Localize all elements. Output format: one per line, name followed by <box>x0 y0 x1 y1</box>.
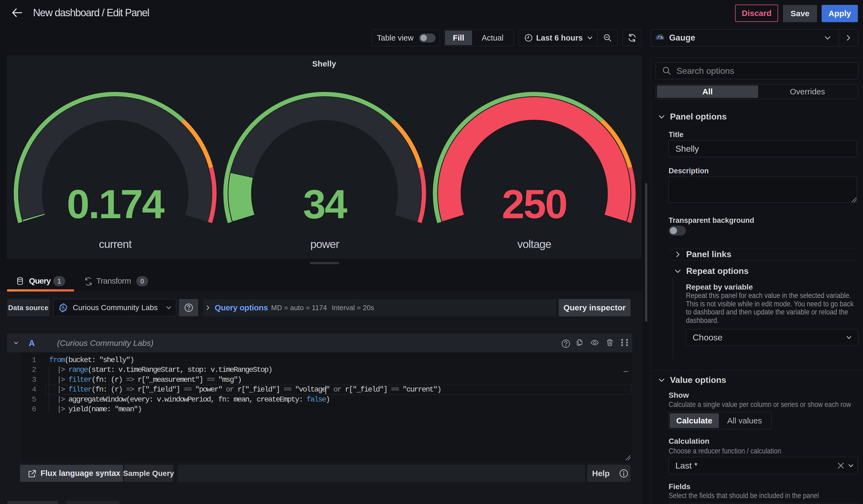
svg-text:79: 79 <box>658 37 662 40</box>
